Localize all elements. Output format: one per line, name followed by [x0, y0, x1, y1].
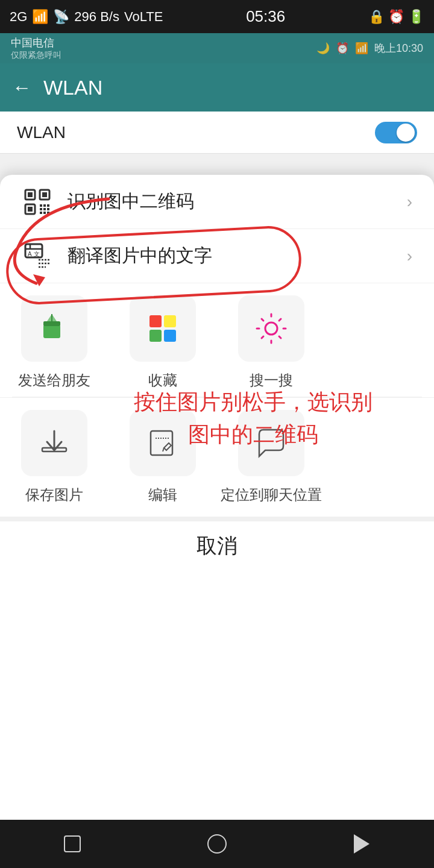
locate-chat-label: 定位到聊天位置 — [221, 485, 322, 505]
cancel-text: 取消 — [197, 532, 237, 560]
lock-icon: 🔒 — [368, 9, 385, 25]
volte-indicator: VoLTE — [124, 9, 163, 25]
wlan-toggle-switch[interactable] — [375, 122, 417, 143]
page-title: WLAN — [43, 76, 102, 99]
translate-left: A 文 翻译图片中的文字 — [22, 241, 212, 272]
svg-line-36 — [262, 319, 263, 321]
status-right: 🔒 ⏰ 🔋 — [368, 9, 424, 25]
svg-rect-11 — [47, 208, 49, 210]
cancel-button[interactable]: 取消 — [0, 517, 434, 571]
svg-rect-29 — [149, 330, 162, 342]
translate-text: 翻译图片中的文字 — [68, 244, 212, 268]
status-time: 05:36 — [246, 7, 285, 26]
status-left: 2G 📶 📡 296 B/s VoLTE — [10, 9, 163, 25]
svg-rect-23 — [43, 325, 60, 338]
carrier-info: 中国电信 仅限紧急呼叫 — [11, 36, 61, 61]
edit-circle — [130, 410, 196, 476]
collect-circle — [130, 295, 196, 362]
nav-back-button[interactable] — [348, 831, 375, 857]
qr-icon — [22, 186, 53, 218]
svg-rect-24 — [43, 321, 60, 326]
toggle-knob — [397, 124, 415, 142]
save-image-label: 保存图片 — [25, 485, 83, 505]
notification-bar: 中国电信 仅限紧急呼叫 🌙 ⏰ 📶 晚上10:30 — [0, 33, 434, 63]
wlan-label: WLAN — [17, 123, 66, 142]
locate-chat-circle — [238, 410, 304, 476]
notif-time: 晚上10:30 — [374, 41, 423, 55]
signal-indicator: 📶 — [32, 9, 48, 25]
svg-rect-30 — [164, 330, 176, 342]
battery-icon: 🔋 — [408, 9, 424, 25]
svg-rect-5 — [28, 207, 33, 212]
network-indicator: 2G — [10, 9, 27, 25]
notif-right: 🌙 ⏰ 📶 晚上10:30 — [316, 41, 423, 55]
scan-qr-text: 识别图中二维码 — [68, 189, 194, 214]
svg-rect-3 — [42, 192, 47, 197]
search-item[interactable]: 搜一搜 — [217, 295, 326, 391]
search-circle — [238, 295, 304, 362]
moon-icon: 🌙 — [316, 42, 330, 55]
nav-bar — [0, 820, 434, 868]
nav-home-button[interactable] — [204, 831, 230, 857]
scan-qr-left: 识别图中二维码 — [22, 186, 194, 218]
status-bar: 2G 📶 📡 296 B/s VoLTE 05:36 🔒 ⏰ 🔋 — [0, 0, 434, 33]
svg-rect-12 — [40, 212, 42, 214]
svg-rect-27 — [149, 315, 162, 327]
svg-line-37 — [279, 336, 281, 338]
wlan-header: ← WLAN — [0, 63, 434, 112]
carrier-sub: 仅限紧急呼叫 — [11, 50, 61, 61]
icons-row-2: 保存图片 编辑 定位到聊天位置 — [0, 397, 434, 517]
svg-rect-28 — [164, 315, 176, 327]
svg-rect-9 — [40, 208, 42, 210]
send-friend-item[interactable]: 发送给朋友 — [0, 295, 108, 391]
svg-line-39 — [262, 336, 263, 338]
icons-row-1: 发送给朋友 收藏 — [0, 283, 434, 397]
svg-rect-8 — [47, 204, 49, 207]
translate-icon: A 文 — [22, 241, 53, 272]
edit-item[interactable]: 编辑 — [108, 410, 217, 505]
wifi-indicator: 📡 — [53, 9, 69, 25]
search-label: 搜一搜 — [250, 370, 293, 391]
svg-line-38 — [279, 319, 281, 321]
scan-qr-item[interactable]: 识别图中二维码 › — [0, 175, 434, 229]
speed-indicator: 296 B/s — [74, 9, 119, 25]
back-button[interactable]: ← — [12, 77, 31, 99]
svg-rect-6 — [40, 204, 42, 207]
locate-chat-item[interactable]: 定位到聊天位置 — [217, 410, 326, 505]
svg-rect-13 — [43, 212, 46, 214]
translate-item[interactable]: A 文 翻译图片中的文字 › — [0, 229, 434, 283]
send-friend-circle — [21, 295, 87, 362]
svg-rect-7 — [43, 204, 46, 207]
scan-qr-chevron: › — [407, 192, 412, 212]
context-menu-sheet: 识别图中二维码 › A 文 翻译图片中的文字 › — [0, 175, 434, 820]
edit-label: 编辑 — [148, 485, 177, 505]
collect-item[interactable]: 收藏 — [108, 295, 217, 391]
alarm-icon: ⏰ — [388, 9, 404, 25]
svg-text:文: 文 — [34, 251, 40, 257]
svg-rect-1 — [28, 192, 33, 197]
svg-text:A: A — [28, 251, 32, 257]
collect-label: 收藏 — [148, 370, 177, 391]
svg-rect-14 — [47, 212, 49, 214]
clock-icon: ⏰ — [336, 42, 349, 55]
nav-home-icon — [207, 834, 227, 854]
svg-rect-10 — [43, 208, 46, 210]
nav-back-icon — [354, 834, 370, 854]
send-friend-label: 发送给朋友 — [18, 370, 90, 391]
nav-recent-icon — [64, 835, 81, 852]
wlan-toggle-row: WLAN — [0, 112, 434, 154]
carrier-name: 中国电信 — [11, 36, 61, 50]
svg-line-44 — [163, 448, 164, 451]
save-image-item[interactable]: 保存图片 — [0, 410, 108, 505]
translate-chevron: › — [407, 247, 412, 266]
signal-4g-icon: 📶 — [355, 42, 368, 55]
nav-recent-button[interactable] — [59, 831, 86, 857]
save-image-circle — [21, 410, 87, 476]
svg-point-31 — [265, 322, 277, 335]
